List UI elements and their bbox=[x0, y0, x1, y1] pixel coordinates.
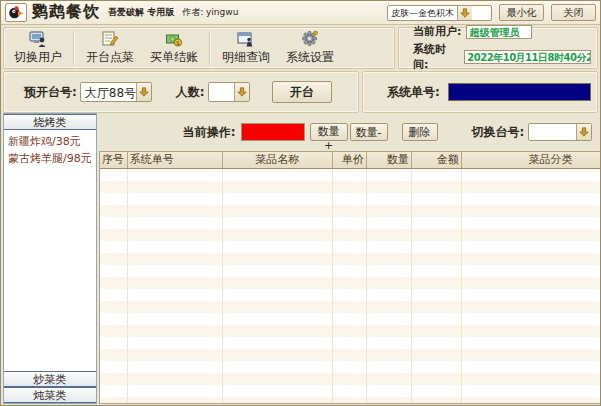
table-row[interactable] bbox=[100, 301, 601, 313]
close-button[interactable]: 关闭 bbox=[551, 4, 596, 21]
table-row[interactable] bbox=[100, 169, 601, 181]
table-row[interactable] bbox=[100, 325, 601, 337]
table-row[interactable] bbox=[100, 337, 601, 349]
toolbar-button-label: 开台点菜 bbox=[86, 49, 134, 66]
delete-button[interactable]: 删除 bbox=[402, 123, 438, 141]
table-cell bbox=[128, 301, 223, 313]
people-count-dropdown[interactable] bbox=[208, 82, 250, 102]
titlebar: 鹦鹉餐饮 吾爱破解 专用版 作者: yingwu 皮肤—金色积木 最小化 关闭 bbox=[1, 1, 600, 25]
open-table-order-button[interactable]: 开台点菜 bbox=[78, 29, 142, 67]
app-author: 作者: yingwu bbox=[182, 6, 238, 19]
table-row[interactable] bbox=[100, 397, 601, 403]
table-cell bbox=[412, 301, 462, 313]
table-row[interactable] bbox=[100, 229, 601, 241]
category-bar-stirfry[interactable]: 炒菜类 bbox=[4, 371, 96, 387]
switch-user-button[interactable]: 切换用户 bbox=[6, 29, 70, 67]
table-cell bbox=[333, 349, 367, 361]
table-cell bbox=[462, 385, 601, 397]
table-cell bbox=[333, 361, 367, 373]
table-row[interactable] bbox=[100, 313, 601, 325]
table-cell bbox=[462, 373, 601, 385]
table-row[interactable] bbox=[100, 385, 601, 397]
table-cell bbox=[223, 205, 333, 217]
table-cell bbox=[100, 325, 128, 337]
chevron-down-icon[interactable] bbox=[234, 83, 249, 101]
table-cell bbox=[462, 361, 601, 373]
table-cell bbox=[128, 325, 223, 337]
table-cell bbox=[412, 253, 462, 265]
table-row[interactable] bbox=[100, 205, 601, 217]
table-cell bbox=[412, 241, 462, 253]
table-cell bbox=[223, 253, 333, 265]
dish-item[interactable]: 蒙古烤羊腿/98元 bbox=[8, 150, 92, 167]
table-cell bbox=[462, 313, 601, 325]
table-cell bbox=[223, 325, 333, 337]
table-cell bbox=[223, 361, 333, 373]
table-cell bbox=[100, 313, 128, 325]
table-cell bbox=[223, 289, 333, 301]
skin-dropdown[interactable]: 皮肤—金色积木 bbox=[387, 5, 492, 21]
switch-user-icon bbox=[29, 30, 47, 48]
table-row[interactable] bbox=[100, 253, 601, 265]
main-area: 烧烤类 新疆炸鸡/38元 蒙古烤羊腿/98元 炒菜类 炖菜类 当前操作: 数量+… bbox=[3, 113, 598, 404]
column-header-order-no[interactable]: 系统单号 bbox=[128, 152, 223, 168]
quantity-plus-button[interactable]: 数量+ bbox=[310, 123, 348, 141]
table-cell bbox=[462, 337, 601, 349]
open-table-button[interactable]: 开台 bbox=[272, 81, 332, 103]
chevron-down-icon[interactable] bbox=[457, 6, 472, 20]
table-cell bbox=[367, 253, 412, 265]
table-cell bbox=[100, 229, 128, 241]
table-row[interactable] bbox=[100, 217, 601, 229]
system-time-label: 系统时间: bbox=[413, 42, 459, 72]
category-bar-bbq[interactable]: 烧烤类 bbox=[4, 114, 96, 130]
toolbar-button-label: 系统设置 bbox=[286, 49, 334, 66]
dish-item[interactable]: 新疆炸鸡/38元 bbox=[8, 133, 92, 150]
column-header-amount[interactable]: 金额 bbox=[412, 152, 462, 168]
table-row[interactable] bbox=[100, 349, 601, 361]
minimize-button[interactable]: 最小化 bbox=[499, 4, 544, 21]
table-row[interactable] bbox=[100, 361, 601, 373]
table-cell bbox=[412, 181, 462, 193]
toolbar-separator bbox=[209, 31, 211, 65]
table-row[interactable] bbox=[100, 277, 601, 289]
column-header-quantity[interactable]: 数量 bbox=[367, 152, 412, 168]
table-cell bbox=[367, 289, 412, 301]
chevron-down-icon[interactable] bbox=[576, 124, 591, 140]
detail-query-button[interactable]: 明细查询 bbox=[214, 29, 278, 67]
table-cell bbox=[100, 349, 128, 361]
column-header-seq[interactable]: 序号 bbox=[100, 152, 128, 168]
column-header-category[interactable]: 菜品分类 bbox=[462, 152, 601, 168]
toolbar: 切换用户 开台点菜 bbox=[3, 27, 395, 69]
system-time-value: 2022年10月11日8时40分22秒 bbox=[464, 50, 591, 64]
table-row[interactable] bbox=[100, 265, 601, 277]
column-header-unit-price[interactable]: 单价 bbox=[333, 152, 367, 168]
table-cell bbox=[462, 193, 601, 205]
table-cell bbox=[100, 181, 128, 193]
table-row[interactable] bbox=[100, 193, 601, 205]
table-row[interactable] bbox=[100, 181, 601, 193]
table-cell bbox=[412, 385, 462, 397]
table-cell bbox=[367, 265, 412, 277]
table-cell bbox=[367, 277, 412, 289]
parrot-icon bbox=[5, 3, 27, 22]
system-settings-button[interactable]: 系统设置 bbox=[278, 29, 342, 67]
app-window: 鹦鹉餐饮 吾爱破解 专用版 作者: yingwu 皮肤—金色积木 最小化 关闭 bbox=[0, 0, 601, 406]
table-cell bbox=[367, 313, 412, 325]
category-bar-stew[interactable]: 炖菜类 bbox=[4, 387, 96, 403]
detail-query-icon bbox=[237, 30, 255, 48]
table-cell bbox=[412, 277, 462, 289]
quantity-minus-button[interactable]: 数量- bbox=[350, 123, 388, 141]
current-user-label: 当前用户: bbox=[413, 24, 461, 39]
table-cell bbox=[462, 265, 601, 277]
table-row[interactable] bbox=[100, 241, 601, 253]
table-cell bbox=[100, 169, 128, 181]
table-cell bbox=[100, 241, 128, 253]
table-row[interactable] bbox=[100, 289, 601, 301]
checkout-button[interactable]: $ 买单结账 bbox=[142, 29, 206, 67]
pre-table-dropdown[interactable]: 大厅88号 bbox=[80, 82, 152, 102]
order-table: 序号 系统单号 菜品名称 单价 数量 金额 菜品分类 bbox=[99, 151, 601, 404]
column-header-dish-name[interactable]: 菜品名称 bbox=[223, 152, 333, 168]
chevron-down-icon[interactable] bbox=[136, 83, 151, 101]
switch-table-dropdown[interactable] bbox=[528, 123, 592, 141]
table-row[interactable] bbox=[100, 373, 601, 385]
